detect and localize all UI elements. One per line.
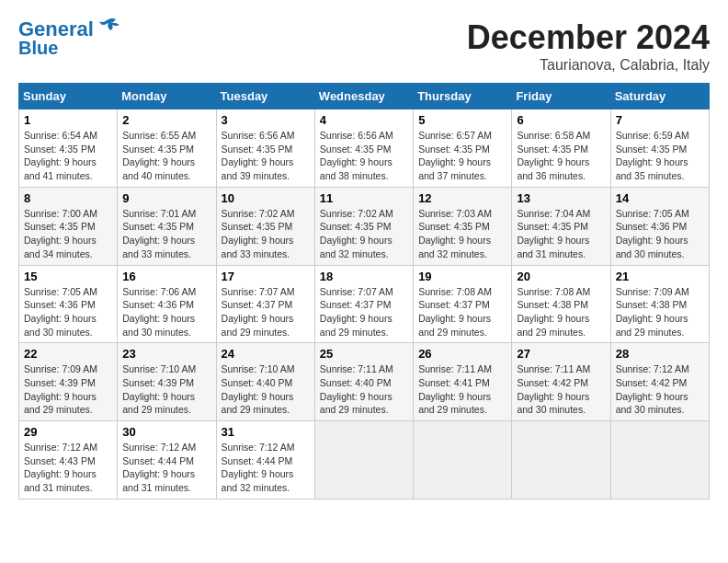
- day-number: 21: [616, 270, 704, 283]
- day-info: Sunrise: 7:06 AM Sunset: 4:36 PM Dayligh…: [122, 285, 210, 339]
- day-info: Sunrise: 6:59 AM Sunset: 4:35 PM Dayligh…: [616, 129, 704, 183]
- day-number: 15: [24, 270, 112, 283]
- calendar-cell: [512, 421, 610, 500]
- calendar-cell: [314, 421, 413, 500]
- day-number: 3: [222, 113, 310, 127]
- calendar-body: 1 Sunrise: 6:54 AM Sunset: 4:35 PM Dayli…: [19, 109, 710, 500]
- calendar-header-row: SundayMondayTuesdayWednesdayThursdayFrid…: [19, 84, 710, 109]
- day-info: Sunrise: 7:08 AM Sunset: 4:38 PM Dayligh…: [517, 285, 605, 339]
- calendar-table: SundayMondayTuesdayWednesdayThursdayFrid…: [18, 83, 710, 500]
- calendar-cell: 16 Sunrise: 7:06 AM Sunset: 4:36 PM Dayl…: [118, 265, 216, 343]
- calendar-cell: 20 Sunrise: 7:08 AM Sunset: 4:38 PM Dayl…: [512, 265, 610, 343]
- calendar-cell: 9 Sunrise: 7:01 AM Sunset: 4:35 PM Dayli…: [118, 187, 216, 265]
- day-number: 1: [24, 113, 112, 127]
- day-number: 18: [320, 270, 408, 283]
- day-number: 7: [616, 113, 704, 127]
- day-info: Sunrise: 7:01 AM Sunset: 4:35 PM Dayligh…: [122, 207, 210, 261]
- weekday-header: Thursday: [414, 84, 512, 109]
- day-number: 9: [122, 191, 210, 205]
- weekday-header: Tuesday: [216, 84, 314, 109]
- day-number: 24: [222, 347, 310, 361]
- calendar-cell: 15 Sunrise: 7:05 AM Sunset: 4:36 PM Dayl…: [19, 265, 118, 343]
- day-number: 26: [418, 347, 506, 361]
- calendar-cell: 12 Sunrise: 7:03 AM Sunset: 4:35 PM Dayl…: [414, 187, 512, 265]
- calendar-cell: 27 Sunrise: 7:11 AM Sunset: 4:42 PM Dayl…: [512, 343, 610, 421]
- day-number: 25: [320, 347, 408, 361]
- day-number: 29: [24, 425, 112, 439]
- calendar-cell: 11 Sunrise: 7:02 AM Sunset: 4:35 PM Dayl…: [314, 187, 413, 265]
- day-info: Sunrise: 7:12 AM Sunset: 4:44 PM Dayligh…: [222, 441, 310, 495]
- day-info: Sunrise: 7:05 AM Sunset: 4:36 PM Dayligh…: [24, 285, 112, 339]
- calendar-cell: 26 Sunrise: 7:11 AM Sunset: 4:41 PM Dayl…: [414, 343, 512, 421]
- calendar-cell: 29 Sunrise: 7:12 AM Sunset: 4:43 PM Dayl…: [19, 421, 118, 500]
- day-number: 11: [320, 191, 408, 205]
- calendar-cell: 19 Sunrise: 7:08 AM Sunset: 4:37 PM Dayl…: [414, 265, 512, 343]
- calendar-cell: [610, 421, 709, 500]
- day-info: Sunrise: 7:12 AM Sunset: 4:44 PM Dayligh…: [122, 441, 210, 495]
- page-header: General Blue December 2024 Taurianova, C…: [18, 18, 710, 74]
- day-number: 4: [320, 113, 408, 127]
- day-info: Sunrise: 7:07 AM Sunset: 4:37 PM Dayligh…: [320, 285, 408, 339]
- calendar-cell: 14 Sunrise: 7:05 AM Sunset: 4:36 PM Dayl…: [610, 187, 709, 265]
- day-info: Sunrise: 6:58 AM Sunset: 4:35 PM Dayligh…: [517, 129, 605, 183]
- day-info: Sunrise: 7:00 AM Sunset: 4:35 PM Dayligh…: [24, 207, 112, 261]
- calendar-cell: 25 Sunrise: 7:11 AM Sunset: 4:40 PM Dayl…: [314, 343, 413, 421]
- day-info: Sunrise: 6:54 AM Sunset: 4:35 PM Dayligh…: [24, 129, 112, 183]
- day-info: Sunrise: 7:03 AM Sunset: 4:35 PM Dayligh…: [418, 207, 506, 261]
- day-info: Sunrise: 6:56 AM Sunset: 4:35 PM Dayligh…: [222, 129, 310, 183]
- day-number: 20: [517, 270, 605, 283]
- day-number: 14: [616, 191, 704, 205]
- day-number: 28: [616, 347, 704, 361]
- calendar-cell: 1 Sunrise: 6:54 AM Sunset: 4:35 PM Dayli…: [19, 109, 118, 188]
- weekday-header: Monday: [118, 84, 216, 109]
- weekday-header: Wednesday: [314, 84, 413, 109]
- calendar-cell: 22 Sunrise: 7:09 AM Sunset: 4:39 PM Dayl…: [19, 343, 118, 421]
- day-info: Sunrise: 7:09 AM Sunset: 4:39 PM Dayligh…: [24, 362, 112, 417]
- day-number: 13: [517, 191, 605, 205]
- day-info: Sunrise: 7:12 AM Sunset: 4:42 PM Dayligh…: [616, 362, 704, 417]
- calendar-week-row: 1 Sunrise: 6:54 AM Sunset: 4:35 PM Dayli…: [19, 109, 710, 188]
- logo-bird-icon: [96, 17, 121, 38]
- day-number: 22: [24, 347, 112, 361]
- day-info: Sunrise: 7:02 AM Sunset: 4:35 PM Dayligh…: [320, 207, 408, 261]
- day-info: Sunrise: 7:12 AM Sunset: 4:43 PM Dayligh…: [24, 441, 112, 495]
- calendar-cell: 18 Sunrise: 7:07 AM Sunset: 4:37 PM Dayl…: [314, 265, 413, 343]
- day-number: 8: [24, 191, 112, 205]
- day-number: 23: [122, 347, 210, 361]
- calendar-week-row: 29 Sunrise: 7:12 AM Sunset: 4:43 PM Dayl…: [19, 421, 710, 500]
- day-number: 6: [517, 113, 605, 127]
- day-number: 16: [122, 270, 210, 283]
- day-number: 12: [418, 191, 506, 205]
- day-number: 30: [122, 425, 210, 439]
- day-info: Sunrise: 7:08 AM Sunset: 4:37 PM Dayligh…: [418, 285, 506, 339]
- calendar-cell: 21 Sunrise: 7:09 AM Sunset: 4:38 PM Dayl…: [610, 265, 709, 343]
- day-number: 31: [222, 425, 310, 439]
- day-info: Sunrise: 7:02 AM Sunset: 4:35 PM Dayligh…: [222, 207, 310, 261]
- day-info: Sunrise: 7:11 AM Sunset: 4:41 PM Dayligh…: [418, 362, 506, 417]
- calendar-cell: 3 Sunrise: 6:56 AM Sunset: 4:35 PM Dayli…: [216, 109, 314, 188]
- day-info: Sunrise: 6:57 AM Sunset: 4:35 PM Dayligh…: [418, 129, 506, 183]
- day-info: Sunrise: 7:10 AM Sunset: 4:39 PM Dayligh…: [122, 362, 210, 417]
- day-number: 19: [418, 270, 506, 283]
- day-info: Sunrise: 7:09 AM Sunset: 4:38 PM Dayligh…: [616, 285, 704, 339]
- day-number: 2: [122, 113, 210, 127]
- calendar-cell: 5 Sunrise: 6:57 AM Sunset: 4:35 PM Dayli…: [414, 109, 512, 188]
- calendar-week-row: 22 Sunrise: 7:09 AM Sunset: 4:39 PM Dayl…: [19, 343, 710, 421]
- weekday-header: Sunday: [19, 84, 118, 109]
- calendar-cell: 23 Sunrise: 7:10 AM Sunset: 4:39 PM Dayl…: [118, 343, 216, 421]
- calendar-cell: 17 Sunrise: 7:07 AM Sunset: 4:37 PM Dayl…: [216, 265, 314, 343]
- logo: General Blue: [18, 18, 121, 59]
- calendar-cell: 24 Sunrise: 7:10 AM Sunset: 4:40 PM Dayl…: [216, 343, 314, 421]
- calendar-cell: 31 Sunrise: 7:12 AM Sunset: 4:44 PM Dayl…: [216, 421, 314, 500]
- calendar-cell: 7 Sunrise: 6:59 AM Sunset: 4:35 PM Dayli…: [610, 109, 709, 188]
- day-info: Sunrise: 6:56 AM Sunset: 4:35 PM Dayligh…: [320, 129, 408, 183]
- weekday-header: Friday: [512, 84, 610, 109]
- day-number: 10: [222, 191, 310, 205]
- day-number: 27: [517, 347, 605, 361]
- month-title: December 2024: [467, 18, 710, 57]
- calendar-cell: 4 Sunrise: 6:56 AM Sunset: 4:35 PM Dayli…: [314, 109, 413, 188]
- location-title: Taurianova, Calabria, Italy: [467, 57, 710, 74]
- day-info: Sunrise: 7:11 AM Sunset: 4:42 PM Dayligh…: [517, 362, 605, 417]
- day-info: Sunrise: 7:10 AM Sunset: 4:40 PM Dayligh…: [222, 362, 310, 417]
- weekday-header: Saturday: [610, 84, 709, 109]
